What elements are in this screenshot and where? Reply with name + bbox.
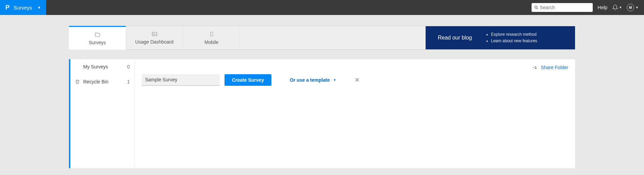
topbar-right: Help ▼ M ▼	[526, 0, 644, 15]
chevron-down-icon: ▼	[619, 6, 622, 9]
tabs-row: Surveys Usage Dashboard Mobile Read our …	[69, 26, 575, 50]
user-menu[interactable]: M ▼	[627, 4, 639, 11]
sidebar-item-count: 0	[127, 64, 130, 69]
tab-surveys[interactable]: Surveys	[69, 26, 126, 50]
main-panel: My Surveys 0 Recycle Bin 1 Share Folder	[69, 59, 575, 168]
create-survey-button[interactable]: Create Survey	[225, 74, 271, 86]
topbar: P Surveys ▼ Help ▼ M ▼	[0, 0, 644, 15]
close-icon[interactable]: ✕	[355, 76, 360, 84]
page-content: Surveys Usage Dashboard Mobile Read our …	[69, 15, 575, 168]
avatar: M	[627, 4, 634, 11]
main-area: Share Folder Create Survey Or use a temp…	[135, 59, 575, 168]
blog-promo[interactable]: Read our blog Explore research method Le…	[426, 26, 575, 49]
svg-line-1	[537, 8, 538, 9]
person-add-icon	[532, 65, 538, 70]
chevron-down-icon: ▼	[636, 6, 639, 9]
sidebar-item-my-surveys[interactable]: My Surveys 0	[70, 59, 135, 74]
sidebar: My Surveys 0 Recycle Bin 1	[70, 59, 135, 168]
sidebar-item-label: Recycle Bin	[83, 79, 108, 84]
tab-usage-dashboard[interactable]: Usage Dashboard	[126, 26, 183, 49]
survey-name-input[interactable]	[142, 74, 220, 86]
help-link[interactable]: Help	[597, 5, 607, 10]
chevron-down-icon: ▼	[37, 6, 41, 10]
sidebar-item-recycle-bin[interactable]: Recycle Bin 1	[70, 74, 135, 89]
share-folder-label: Share Folder	[541, 65, 568, 70]
promo-title: Read our blog	[438, 35, 472, 41]
use-template-link[interactable]: Or use a template ▼	[290, 77, 336, 83]
sidebar-item-label: My Surveys	[83, 64, 108, 69]
sidebar-item-count: 1	[127, 79, 130, 84]
toolbar: Share Folder	[142, 63, 568, 73]
mobile-icon	[209, 31, 214, 37]
svg-point-0	[535, 6, 537, 9]
brand-label: Surveys	[14, 5, 32, 11]
brand-dropdown[interactable]: P Surveys ▼	[0, 0, 46, 15]
create-survey-row: Create Survey Or use a template ▼ ✕	[142, 74, 568, 86]
promo-list: Explore research method Learn about new …	[486, 31, 537, 44]
trash-icon	[75, 79, 80, 84]
promo-item: Explore research method	[491, 31, 537, 38]
svg-rect-2	[152, 32, 157, 36]
folder-icon	[94, 32, 101, 38]
promo-item: Learn about new features	[491, 38, 537, 44]
notifications-menu[interactable]: ▼	[612, 4, 622, 11]
search-input[interactable]	[540, 5, 590, 10]
svg-point-7	[535, 66, 536, 67]
chevron-down-icon: ▼	[333, 78, 336, 82]
dashboard-icon	[151, 31, 158, 37]
tab-mobile[interactable]: Mobile	[183, 26, 240, 49]
logo-letter: P	[5, 4, 10, 11]
search-field[interactable]	[532, 3, 593, 12]
share-folder-button[interactable]: Share Folder	[532, 65, 568, 70]
bell-icon	[612, 4, 618, 11]
search-icon	[534, 5, 538, 10]
